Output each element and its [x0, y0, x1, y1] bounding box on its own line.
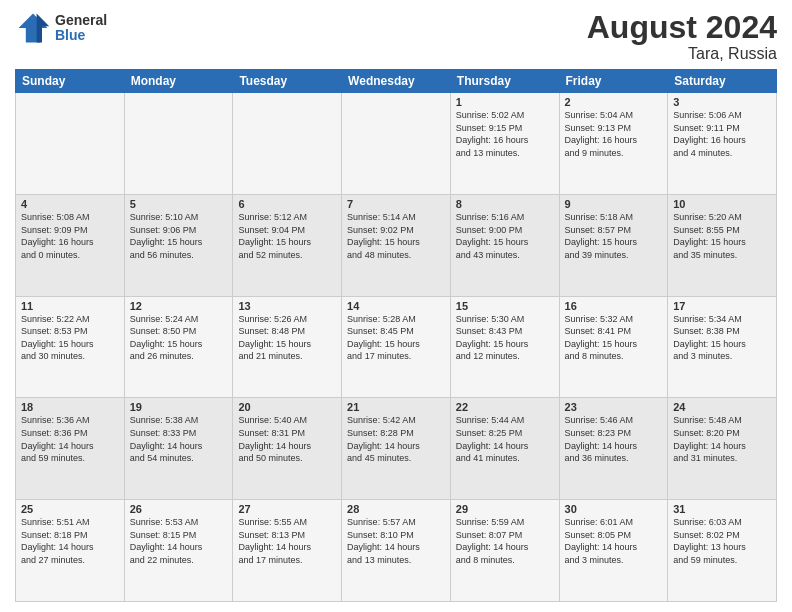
day-info: Sunrise: 5:42 AM Sunset: 8:28 PM Dayligh… — [347, 414, 445, 464]
day-cell: 18Sunrise: 5:36 AM Sunset: 8:36 PM Dayli… — [16, 398, 125, 500]
day-info: Sunrise: 5:14 AM Sunset: 9:02 PM Dayligh… — [347, 211, 445, 261]
day-info: Sunrise: 5:20 AM Sunset: 8:55 PM Dayligh… — [673, 211, 771, 261]
week-row-0: 1Sunrise: 5:02 AM Sunset: 9:15 PM Daylig… — [16, 93, 777, 195]
title-section: August 2024 Tara, Russia — [587, 10, 777, 63]
day-cell: 9Sunrise: 5:18 AM Sunset: 8:57 PM Daylig… — [559, 194, 668, 296]
day-number: 5 — [130, 198, 228, 210]
day-info: Sunrise: 5:22 AM Sunset: 8:53 PM Dayligh… — [21, 313, 119, 363]
day-cell: 22Sunrise: 5:44 AM Sunset: 8:25 PM Dayli… — [450, 398, 559, 500]
day-number: 9 — [565, 198, 663, 210]
day-number: 12 — [130, 300, 228, 312]
day-info: Sunrise: 5:30 AM Sunset: 8:43 PM Dayligh… — [456, 313, 554, 363]
day-cell: 26Sunrise: 5:53 AM Sunset: 8:15 PM Dayli… — [124, 500, 233, 602]
day-cell: 7Sunrise: 5:14 AM Sunset: 9:02 PM Daylig… — [342, 194, 451, 296]
logo-text: General Blue — [55, 13, 107, 44]
day-number: 16 — [565, 300, 663, 312]
logo: General Blue — [15, 10, 107, 46]
day-number: 3 — [673, 96, 771, 108]
day-cell — [342, 93, 451, 195]
day-header-thursday: Thursday — [450, 70, 559, 93]
day-number: 8 — [456, 198, 554, 210]
day-cell — [16, 93, 125, 195]
day-number: 18 — [21, 401, 119, 413]
day-cell: 4Sunrise: 5:08 AM Sunset: 9:09 PM Daylig… — [16, 194, 125, 296]
logo-general: General — [55, 13, 107, 28]
day-info: Sunrise: 5:10 AM Sunset: 9:06 PM Dayligh… — [130, 211, 228, 261]
day-info: Sunrise: 6:01 AM Sunset: 8:05 PM Dayligh… — [565, 516, 663, 566]
day-info: Sunrise: 5:53 AM Sunset: 8:15 PM Dayligh… — [130, 516, 228, 566]
day-cell: 23Sunrise: 5:46 AM Sunset: 8:23 PM Dayli… — [559, 398, 668, 500]
day-info: Sunrise: 5:55 AM Sunset: 8:13 PM Dayligh… — [238, 516, 336, 566]
location: Tara, Russia — [587, 45, 777, 63]
day-info: Sunrise: 5:28 AM Sunset: 8:45 PM Dayligh… — [347, 313, 445, 363]
day-info: Sunrise: 5:44 AM Sunset: 8:25 PM Dayligh… — [456, 414, 554, 464]
logo-icon — [15, 10, 51, 46]
day-cell: 19Sunrise: 5:38 AM Sunset: 8:33 PM Dayli… — [124, 398, 233, 500]
day-number: 13 — [238, 300, 336, 312]
svg-marker-0 — [19, 14, 48, 43]
day-cell: 27Sunrise: 5:55 AM Sunset: 8:13 PM Dayli… — [233, 500, 342, 602]
day-cell: 25Sunrise: 5:51 AM Sunset: 8:18 PM Dayli… — [16, 500, 125, 602]
day-cell: 20Sunrise: 5:40 AM Sunset: 8:31 PM Dayli… — [233, 398, 342, 500]
day-cell: 1Sunrise: 5:02 AM Sunset: 9:15 PM Daylig… — [450, 93, 559, 195]
day-cell: 21Sunrise: 5:42 AM Sunset: 8:28 PM Dayli… — [342, 398, 451, 500]
day-header-wednesday: Wednesday — [342, 70, 451, 93]
week-row-2: 11Sunrise: 5:22 AM Sunset: 8:53 PM Dayli… — [16, 296, 777, 398]
day-info: Sunrise: 5:40 AM Sunset: 8:31 PM Dayligh… — [238, 414, 336, 464]
day-info: Sunrise: 5:36 AM Sunset: 8:36 PM Dayligh… — [21, 414, 119, 464]
day-number: 19 — [130, 401, 228, 413]
day-cell: 30Sunrise: 6:01 AM Sunset: 8:05 PM Dayli… — [559, 500, 668, 602]
day-number: 21 — [347, 401, 445, 413]
day-number: 6 — [238, 198, 336, 210]
day-number: 4 — [21, 198, 119, 210]
day-number: 20 — [238, 401, 336, 413]
page: General Blue August 2024 Tara, Russia Su… — [0, 0, 792, 612]
day-info: Sunrise: 5:57 AM Sunset: 8:10 PM Dayligh… — [347, 516, 445, 566]
day-info: Sunrise: 5:02 AM Sunset: 9:15 PM Dayligh… — [456, 109, 554, 159]
week-row-3: 18Sunrise: 5:36 AM Sunset: 8:36 PM Dayli… — [16, 398, 777, 500]
day-cell: 15Sunrise: 5:30 AM Sunset: 8:43 PM Dayli… — [450, 296, 559, 398]
day-number: 24 — [673, 401, 771, 413]
day-number: 1 — [456, 96, 554, 108]
day-cell: 12Sunrise: 5:24 AM Sunset: 8:50 PM Dayli… — [124, 296, 233, 398]
day-info: Sunrise: 5:18 AM Sunset: 8:57 PM Dayligh… — [565, 211, 663, 261]
day-cell: 29Sunrise: 5:59 AM Sunset: 8:07 PM Dayli… — [450, 500, 559, 602]
day-cell: 13Sunrise: 5:26 AM Sunset: 8:48 PM Dayli… — [233, 296, 342, 398]
day-info: Sunrise: 5:12 AM Sunset: 9:04 PM Dayligh… — [238, 211, 336, 261]
day-cell: 8Sunrise: 5:16 AM Sunset: 9:00 PM Daylig… — [450, 194, 559, 296]
month-title: August 2024 — [587, 10, 777, 45]
day-header-monday: Monday — [124, 70, 233, 93]
day-cell: 28Sunrise: 5:57 AM Sunset: 8:10 PM Dayli… — [342, 500, 451, 602]
day-number: 25 — [21, 503, 119, 515]
day-cell: 2Sunrise: 5:04 AM Sunset: 9:13 PM Daylig… — [559, 93, 668, 195]
day-number: 28 — [347, 503, 445, 515]
day-number: 29 — [456, 503, 554, 515]
logo-blue: Blue — [55, 28, 107, 43]
day-number: 10 — [673, 198, 771, 210]
day-cell: 17Sunrise: 5:34 AM Sunset: 8:38 PM Dayli… — [668, 296, 777, 398]
day-cell: 14Sunrise: 5:28 AM Sunset: 8:45 PM Dayli… — [342, 296, 451, 398]
day-info: Sunrise: 5:24 AM Sunset: 8:50 PM Dayligh… — [130, 313, 228, 363]
header-row: SundayMondayTuesdayWednesdayThursdayFrid… — [16, 70, 777, 93]
day-cell: 24Sunrise: 5:48 AM Sunset: 8:20 PM Dayli… — [668, 398, 777, 500]
day-info: Sunrise: 5:08 AM Sunset: 9:09 PM Dayligh… — [21, 211, 119, 261]
day-info: Sunrise: 5:51 AM Sunset: 8:18 PM Dayligh… — [21, 516, 119, 566]
day-number: 14 — [347, 300, 445, 312]
day-info: Sunrise: 5:59 AM Sunset: 8:07 PM Dayligh… — [456, 516, 554, 566]
day-info: Sunrise: 6:03 AM Sunset: 8:02 PM Dayligh… — [673, 516, 771, 566]
day-info: Sunrise: 5:26 AM Sunset: 8:48 PM Dayligh… — [238, 313, 336, 363]
day-info: Sunrise: 5:34 AM Sunset: 8:38 PM Dayligh… — [673, 313, 771, 363]
day-number: 7 — [347, 198, 445, 210]
day-number: 2 — [565, 96, 663, 108]
day-number: 11 — [21, 300, 119, 312]
day-number: 30 — [565, 503, 663, 515]
day-info: Sunrise: 5:06 AM Sunset: 9:11 PM Dayligh… — [673, 109, 771, 159]
day-number: 26 — [130, 503, 228, 515]
day-cell — [233, 93, 342, 195]
day-number: 17 — [673, 300, 771, 312]
day-info: Sunrise: 5:38 AM Sunset: 8:33 PM Dayligh… — [130, 414, 228, 464]
day-cell: 3Sunrise: 5:06 AM Sunset: 9:11 PM Daylig… — [668, 93, 777, 195]
day-number: 22 — [456, 401, 554, 413]
day-cell: 31Sunrise: 6:03 AM Sunset: 8:02 PM Dayli… — [668, 500, 777, 602]
day-number: 31 — [673, 503, 771, 515]
